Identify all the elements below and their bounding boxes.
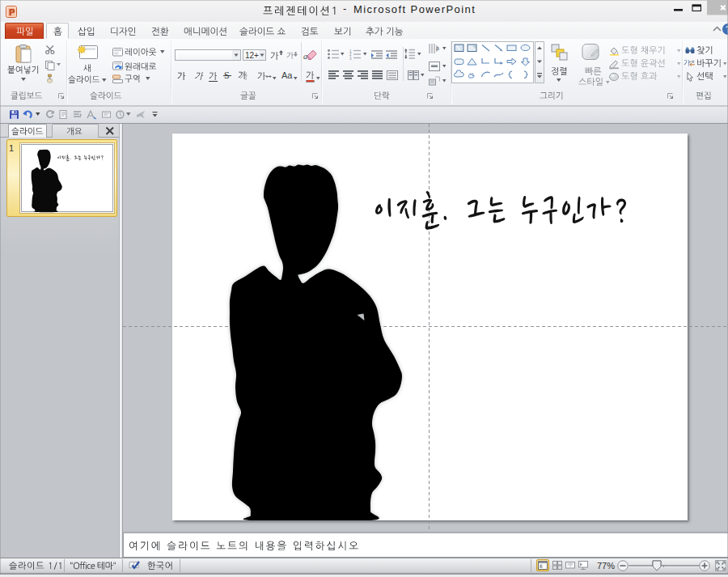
svg-text:a: a (303, 52, 307, 61)
svg-text:a: a (436, 45, 439, 51)
